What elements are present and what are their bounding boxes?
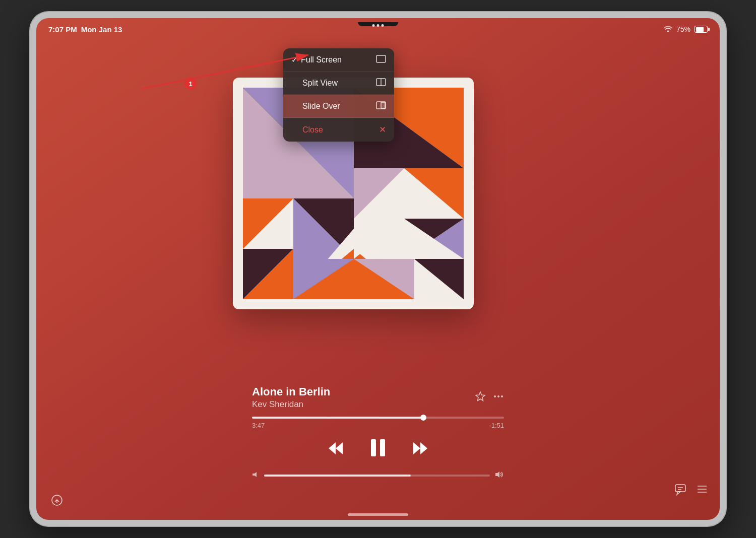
svg-marker-40 [329,442,336,454]
wifi-icon [664,25,672,34]
volume-min-icon [252,471,259,480]
svg-marker-47 [495,472,499,478]
battery-icon [695,26,708,33]
home-indicator [348,513,408,516]
status-date: Mon Jan 13 [81,25,122,34]
close-x-icon: ✕ [379,124,386,135]
time-remaining: -1:51 [489,422,504,429]
split-view-label: Split View [302,79,338,88]
dropdown-menu: ✓ Full Screen Split View [283,48,394,142]
volume-track[interactable] [264,475,490,477]
full-screen-label: Full Screen [301,55,342,64]
song-details: Alone in Berlin Kev Sheridan [252,385,330,410]
svg-marker-41 [336,442,343,454]
three-dots-button[interactable] [372,24,384,27]
volume-fill [264,475,411,477]
svg-rect-42 [371,439,376,456]
time-labels: 3:47 -1:51 [252,422,504,429]
svg-marker-46 [253,472,257,477]
dot-3 [382,24,384,27]
split-view-icon [376,78,386,88]
rewind-button[interactable] [328,441,344,459]
slide-over-label: Slide Over [302,102,340,111]
volume-max-icon [495,471,504,480]
favorite-button[interactable] [475,391,486,405]
fast-forward-button[interactable] [412,441,428,459]
airplay-button[interactable] [50,494,64,510]
svg-marker-45 [420,442,427,454]
menu-item-full-screen[interactable]: ✓ Full Screen [283,48,394,72]
dot-1 [372,24,375,27]
time-elapsed: 3:47 [252,422,265,429]
status-right: 75% [664,25,708,34]
menu-item-close[interactable]: Close ✕ [283,118,394,142]
svg-point-39 [501,395,503,397]
full-screen-icon [376,55,386,64]
svg-point-37 [494,395,496,397]
song-actions [475,391,504,405]
menu-item-slide-over[interactable]: Slide Over 2 [283,95,394,118]
playback-controls [252,438,504,462]
svg-rect-6 [381,102,385,108]
status-bar: 7:07 PM Mon Jan 13 75% [36,18,720,40]
queue-button[interactable] [696,483,709,499]
ipad-screen: 7:07 PM Mon Jan 13 75% [36,18,720,520]
svg-marker-44 [413,442,420,454]
song-info: Alone in Berlin Kev Sheridan [252,385,504,410]
progress-fill [252,417,423,419]
bottom-bar [36,494,720,510]
svg-rect-43 [380,439,385,456]
close-label: Close [302,125,323,134]
dot-2 [377,24,380,27]
menu-item-split-view[interactable]: Split View [283,72,394,95]
svg-rect-50 [675,485,685,492]
battery-fill [696,27,704,32]
annotation-badge-1: 1 [184,78,197,90]
checkmark-icon: ✓ [291,55,298,64]
progress-container: 3:47 -1:51 [252,417,504,429]
svg-marker-36 [476,392,485,401]
player-area: Alone in Berlin Kev Sheridan [252,385,504,480]
volume-container [252,471,504,480]
svg-rect-2 [376,55,386,62]
song-title: Alone in Berlin [252,385,330,398]
progress-thumb [420,415,426,421]
pause-button[interactable] [369,438,387,462]
lyrics-button[interactable] [674,483,687,499]
slide-over-icon [376,101,386,111]
status-time: 7:07 PM [48,25,77,34]
song-artist: Kev Sheridan [252,399,330,410]
svg-marker-51 [677,492,680,495]
progress-track[interactable] [252,417,504,419]
svg-point-38 [497,395,499,397]
ipad-frame: 7:07 PM Mon Jan 13 75% [30,12,726,526]
battery-percent: 75% [676,25,690,33]
more-options-button[interactable] [493,391,504,405]
